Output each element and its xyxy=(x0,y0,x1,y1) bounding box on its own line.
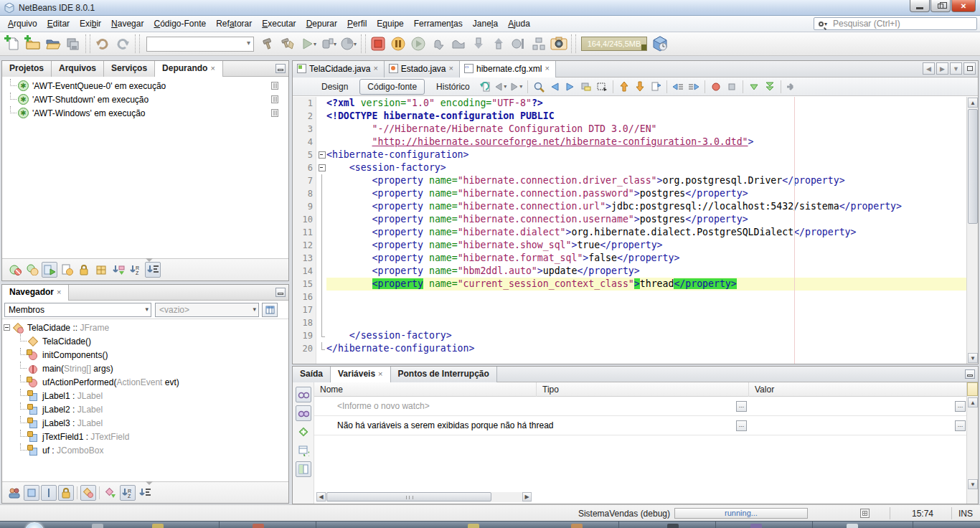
edit-type-button[interactable]: ... xyxy=(736,401,747,412)
pause-icon[interactable] xyxy=(390,35,407,52)
process-icon[interactable] xyxy=(860,509,870,518)
inherited-members-icon[interactable] xyxy=(6,485,22,501)
refresh-fields-icon[interactable] xyxy=(296,443,311,458)
undo-icon[interactable] xyxy=(94,35,111,52)
profiler-telemetry-icon[interactable] xyxy=(651,35,669,52)
menu-equipe[interactable]: Equipe xyxy=(372,16,408,31)
close-tab-icon[interactable]: × xyxy=(57,288,61,296)
shift-left-icon[interactable] xyxy=(671,80,685,94)
shift-right-icon[interactable] xyxy=(687,80,701,94)
show-fields-icon[interactable] xyxy=(24,485,39,501)
back-icon[interactable]: ▾ xyxy=(494,80,508,94)
taskbar-item[interactable] xyxy=(468,524,479,528)
show-inner-classes-icon[interactable] xyxy=(80,485,96,501)
tab-list-icon[interactable]: ▼ xyxy=(950,62,962,75)
tree-item-member[interactable]: uf : JComboBox xyxy=(2,443,288,457)
open-project-icon[interactable] xyxy=(44,35,62,52)
windows-taskbar[interactable] xyxy=(0,521,980,528)
close-tab-icon[interactable]: × xyxy=(378,369,382,378)
build-project-icon[interactable] xyxy=(260,35,277,52)
debug-gears-icon[interactable] xyxy=(24,262,40,278)
toggle-bookmark-icon[interactable] xyxy=(649,80,663,94)
apply-code-changes-icon[interactable] xyxy=(430,35,447,52)
window-grid-icon[interactable] xyxy=(93,262,109,278)
edit-value-button[interactable]: ... xyxy=(955,420,966,431)
debug-new-watch-icon[interactable] xyxy=(7,262,23,278)
scroll-left-icon[interactable]: ◀ xyxy=(316,492,326,501)
tree-item-thread[interactable]: 'AWT-Shutdown' em execução xyxy=(2,93,288,106)
tree-item-member[interactable]: initComponents() xyxy=(2,348,288,362)
scroll-tabs-right-icon[interactable]: ▶ xyxy=(936,62,948,75)
new-project-icon[interactable] xyxy=(24,35,42,52)
sort-alpha-icon[interactable]: RZ xyxy=(120,485,136,501)
menu-código-fonte[interactable]: Código-Fonte xyxy=(149,16,211,31)
view-design[interactable]: Design xyxy=(314,80,355,94)
menu-janela[interactable]: Janela xyxy=(468,16,503,31)
step-into-icon[interactable] xyxy=(470,35,487,52)
sort-by-source-icon[interactable] xyxy=(137,485,153,501)
menu-executar[interactable]: Executar xyxy=(257,16,301,31)
tab-saída[interactable]: Saída xyxy=(293,367,331,382)
tab-serviços[interactable]: Serviços xyxy=(104,61,155,77)
close-tab-icon[interactable]: × xyxy=(210,64,215,72)
debug-project-icon[interactable]: ▾ xyxy=(320,35,337,52)
tree-item-thread[interactable]: 'AWT-Windows' em execução xyxy=(2,106,288,120)
menu-editar[interactable]: Editar xyxy=(42,16,75,31)
show-non-public-icon[interactable] xyxy=(58,485,74,501)
start-macro-icon[interactable] xyxy=(709,80,723,94)
run-to-cursor-icon[interactable] xyxy=(510,35,527,52)
table-hscrollbar[interactable]: ◀ ▶ xyxy=(316,492,532,502)
view-código-fonte[interactable]: Código-fonte xyxy=(359,79,425,95)
scroll-down-icon[interactable]: ▼ xyxy=(968,479,978,489)
maximize-editor-icon[interactable] xyxy=(963,62,976,75)
tree-item-member[interactable]: ufActionPerformed(ActionEvent evt) xyxy=(2,375,288,389)
find-icon[interactable] xyxy=(532,80,546,94)
taskbar-item[interactable] xyxy=(571,524,583,528)
show-evaluation-icon[interactable] xyxy=(296,405,311,421)
tree-item-member[interactable]: jTextField1 : JTextField xyxy=(2,430,288,443)
evaluate-expression-icon[interactable] xyxy=(530,35,547,52)
menu-arquivo[interactable]: Arquivo xyxy=(3,16,42,31)
debug-doc-icon[interactable] xyxy=(59,262,75,278)
search-icon[interactable]: ▾ xyxy=(814,21,831,27)
thread-suspend-icon[interactable] xyxy=(271,82,278,90)
profile-project-icon[interactable]: ▾ xyxy=(340,35,357,52)
taskbar-item[interactable] xyxy=(750,524,762,528)
expand-fold-icon[interactable] xyxy=(747,80,761,94)
column-selector-icon[interactable] xyxy=(967,382,978,396)
tab-pontos-de-interrupção[interactable]: Pontos de Interrupção xyxy=(391,367,497,382)
previous-occurrence-icon[interactable] xyxy=(547,80,562,94)
new-watch-icon[interactable] xyxy=(296,424,311,440)
finish-debugger-icon[interactable] xyxy=(369,35,387,52)
menu-navegar[interactable]: Navegar xyxy=(106,16,149,31)
menu-exibir[interactable]: Exibir xyxy=(75,16,106,31)
code-editor[interactable]: 1234567891011121314151617181920 <?xml ve… xyxy=(293,97,978,364)
sort-by-kind-icon[interactable] xyxy=(110,262,126,278)
tree-item-member[interactable]: jLabel2 : JLabel xyxy=(2,402,288,416)
filter-select[interactable]: <vazio> xyxy=(155,303,259,317)
scroll-up-icon[interactable]: ▲ xyxy=(968,98,978,108)
menu-perfil[interactable]: Perfil xyxy=(342,16,372,31)
scroll-right-icon[interactable]: ▶ xyxy=(522,492,532,501)
step-out-icon[interactable] xyxy=(490,35,507,52)
editor-tab-Estado.java[interactable]: Estado.java× xyxy=(385,61,460,77)
taskbar-item[interactable] xyxy=(667,524,679,528)
new-file-icon[interactable] xyxy=(4,35,22,52)
view-histórico[interactable]: Histórico xyxy=(429,80,477,94)
project-combobox[interactable] xyxy=(146,37,254,52)
forward-icon[interactable]: ▾ xyxy=(509,80,524,94)
tab-variáveis[interactable]: Variáveis× xyxy=(331,367,391,382)
toggle-highlight-icon[interactable] xyxy=(579,80,593,94)
last-edit-icon[interactable] xyxy=(478,80,492,94)
tree-item-class[interactable]: TelaCidade :: JFrame xyxy=(2,321,288,334)
minimize-button[interactable] xyxy=(910,0,930,12)
close-button[interactable]: ✕ xyxy=(951,0,976,12)
run-project-icon[interactable]: ▾ xyxy=(300,35,317,52)
tree-item-member[interactable]: TelaCidade() xyxy=(2,334,288,348)
next-bookmark-icon[interactable] xyxy=(633,80,647,94)
tree-item-member[interactable]: jLabel3 : JLabel xyxy=(2,416,288,430)
fold-margin[interactable] xyxy=(317,97,326,364)
column-header-nome[interactable]: Nome xyxy=(314,382,537,397)
tree-item-member[interactable]: jLabel1 : JLabel xyxy=(2,389,288,402)
thread-suspend-icon[interactable] xyxy=(271,95,278,103)
